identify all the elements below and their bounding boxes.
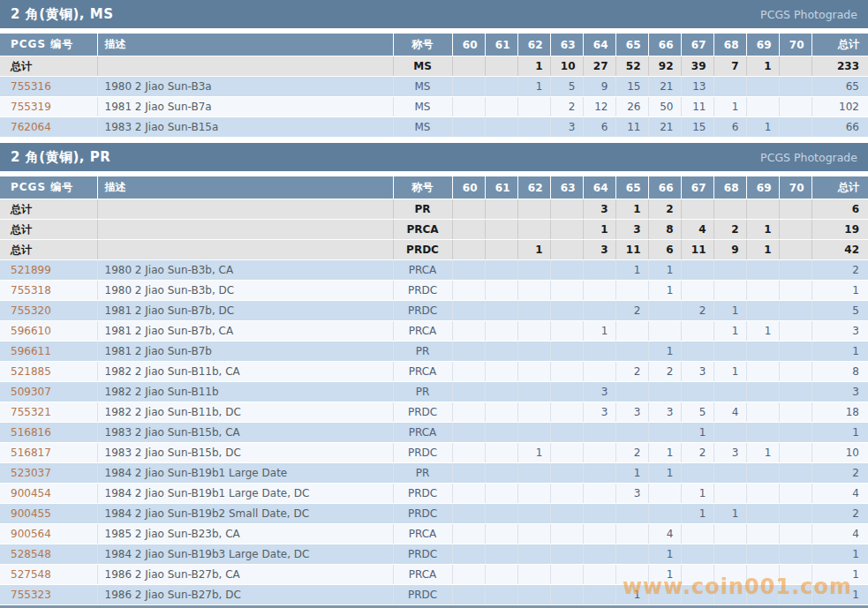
pcgs-number-link[interactable]: 528548	[11, 548, 51, 560]
grade-count-cell-67	[681, 544, 713, 565]
col-header-grade-62: 62	[517, 176, 550, 199]
grade-count-cell-66: 1	[648, 565, 681, 585]
pcgs-number-cell: 900454	[0, 484, 97, 504]
grade-count-cell-67: 1	[681, 504, 713, 524]
pcgs-number-link[interactable]: 521885	[11, 365, 51, 378]
pcgs-number-link[interactable]: 523037	[11, 467, 51, 479]
grade-count-cell-63	[550, 362, 583, 382]
grade-count-cell-62	[517, 321, 550, 342]
pcgs-number-link[interactable]: 755320	[11, 304, 51, 317]
coin-description-cell: 1981 2 Jiao Sun-B7b, CA	[97, 321, 393, 342]
grade-count-cell-64	[583, 281, 615, 301]
row-total-cell: 19	[811, 220, 868, 240]
table-row: 5168161983 2 Jiao Sun-B15b, CAPRCA11	[0, 423, 868, 443]
pcgs-number-link[interactable]: 900455	[11, 507, 51, 520]
grade-count-cell-66: 2	[648, 362, 681, 382]
table-row: 7553211982 2 Jiao Sun-B11b, DCPRDC333541…	[0, 402, 868, 423]
table-row: 7553161980 2 Jiao Sun-B3aMS15915211365	[0, 77, 868, 97]
pcgs-number-cell: 516816	[0, 423, 97, 443]
grade-count-cell-66: 2	[648, 199, 681, 220]
pcgs-number-link[interactable]: 900564	[11, 528, 51, 540]
grade-count-cell-63: 3	[550, 117, 583, 138]
pcgs-number-link[interactable]: 516816	[11, 426, 51, 439]
grade-count-cell-67	[681, 382, 713, 402]
grade-count-cell-61	[485, 77, 517, 97]
grade-count-cell-60	[452, 240, 485, 260]
grade-count-cell-62	[517, 117, 550, 138]
grade-count-cell-66: 92	[648, 56, 681, 77]
section-title: 2 角(黄铜), MS	[11, 6, 114, 23]
grade-count-cell-62	[517, 301, 550, 321]
grade-count-cell-63	[550, 342, 583, 362]
grade-count-cell-68	[713, 260, 746, 281]
coin-description-cell: 1981 2 Jiao Sun-B7b, DC	[97, 301, 393, 321]
pcgs-number-link[interactable]: 755318	[11, 284, 51, 296]
grade-count-cell-62	[517, 97, 550, 117]
grade-count-cell-60	[452, 463, 485, 484]
grade-count-cell-61	[485, 504, 517, 524]
grade-count-cell-70	[779, 220, 811, 240]
grade-count-cell-60	[452, 97, 485, 117]
grade-count-cell-70	[779, 362, 811, 382]
grade-count-cell-67	[681, 199, 713, 220]
pcgs-number-link[interactable]: 755321	[11, 406, 51, 418]
pcgs-number-link[interactable]: 509307	[11, 386, 51, 398]
grade-count-cell-69	[746, 524, 779, 544]
coin-description-cell: 1981 2 Jiao Sun-B7b	[97, 342, 393, 362]
grade-count-cell-61	[485, 260, 517, 281]
grade-count-cell-63	[550, 524, 583, 544]
grade-count-cell-63	[550, 382, 583, 402]
pcgs-number-link[interactable]: 755319	[11, 101, 51, 113]
grade-count-cell-65	[615, 423, 648, 443]
coin-description-cell: 1981 2 Jiao Sun-B7a	[97, 97, 393, 117]
table-row: 5966111981 2 Jiao Sun-B7bPR11	[0, 342, 868, 362]
grade-count-cell-63	[550, 220, 583, 240]
grade-count-cell-62	[517, 220, 550, 240]
grade-count-cell-62: 1	[517, 77, 550, 97]
grade-count-cell-68	[713, 77, 746, 97]
coin-description-cell: 1980 2 Jiao Sun-B3b, CA	[97, 260, 393, 281]
pcgs-number-cell: 596611	[0, 342, 97, 362]
grade-count-cell-65	[615, 524, 648, 544]
grade-count-cell-60	[452, 281, 485, 301]
pcgs-number-link[interactable]: 527548	[11, 568, 51, 581]
section-header-ms: 2 角(黄铜), MS PCGS Photograde	[0, 0, 868, 28]
grade-count-cell-67	[681, 342, 713, 362]
pcgs-number-link[interactable]: 755316	[11, 80, 51, 93]
grade-count-cell-63: 5	[550, 77, 583, 97]
row-total-cell: 1	[811, 544, 868, 565]
designation-cell: MS	[393, 56, 452, 77]
grade-count-cell-69	[746, 382, 779, 402]
grade-count-cell-69	[746, 97, 779, 117]
grade-count-cell-62: 1	[517, 56, 550, 77]
pcgs-number-link[interactable]: 762064	[11, 121, 51, 133]
pcgs-number-link[interactable]: 596611	[11, 345, 51, 357]
col-header-grade-67: 67	[681, 34, 713, 56]
grade-count-cell-64: 3	[583, 402, 615, 423]
grade-count-cell-65	[615, 565, 648, 585]
pcgs-number-cell: 527548	[0, 565, 97, 585]
grade-count-cell-64: 1	[583, 321, 615, 342]
pcgs-number-link[interactable]: 516817	[11, 447, 51, 459]
grade-count-cell-62	[517, 199, 550, 220]
pcgs-number-link[interactable]: 521899	[11, 264, 51, 276]
grade-count-cell-64: 6	[583, 117, 615, 138]
grade-count-cell-68	[713, 342, 746, 362]
pcgs-number-link[interactable]: 755323	[11, 589, 51, 601]
grade-count-cell-68: 1	[713, 321, 746, 342]
designation-cell: PRDC	[393, 301, 452, 321]
grade-count-cell-66: 21	[648, 77, 681, 97]
grade-count-cell-68	[713, 382, 746, 402]
pcgs-number-cell: 755321	[0, 402, 97, 423]
photograde-link[interactable]: PCGS Photograde	[760, 151, 857, 164]
pcgs-number-link[interactable]: 596610	[11, 325, 51, 337]
grade-count-cell-62: 1	[517, 240, 550, 260]
grade-count-cell-66: 6	[648, 240, 681, 260]
photograde-link[interactable]: PCGS Photograde	[760, 8, 857, 21]
grade-count-cell-65	[615, 504, 648, 524]
pcgs-number-link[interactable]: 900454	[11, 487, 51, 499]
grade-count-cell-68	[713, 423, 746, 443]
designation-cell: PRCA	[393, 321, 452, 342]
grade-count-cell-65: 2	[615, 301, 648, 321]
grade-count-cell-65	[615, 544, 648, 565]
